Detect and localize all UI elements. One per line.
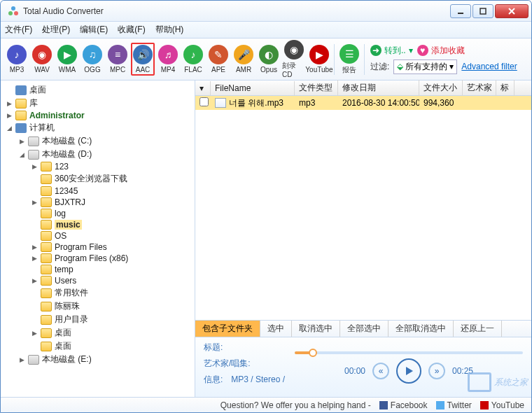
expand-icon[interactable]: ▶ [31,255,38,262]
tree-node[interactable]: 用户目录 [2,313,193,326]
youtube-link[interactable]: YouTube [480,400,524,410]
format-button-刻录-cd[interactable]: ◉刻录 CD [282,40,306,78]
format-button-报告[interactable]: ☰报告 [337,44,361,75]
minimize-button[interactable] [450,4,471,18]
tree-node[interactable]: OS [2,230,193,241]
expand-icon[interactable] [31,211,38,217]
add-favorite-button[interactable]: ♥ 添加收藏 [417,45,465,57]
advanced-filter-link[interactable]: Advanced filter [461,62,517,71]
format-button-ogg[interactable]: ♫OGG [80,45,104,74]
tree-node[interactable]: 桌面 [2,340,193,353]
format-button-mpc[interactable]: ≡MPC [106,45,130,74]
expand-icon[interactable]: ▶ [31,200,38,206]
expand-icon[interactable]: ◢ [6,125,13,131]
tree-node[interactable]: ▶Program Files [2,241,193,253]
deselect-all-button[interactable]: 全部取消选中 [388,321,454,337]
tree-node[interactable]: ▶库 [2,97,193,110]
deselect-button[interactable]: 取消选中 [292,321,340,337]
select-button[interactable]: 选中 [260,321,292,337]
tree-node[interactable]: music [2,219,193,230]
format-button-wav[interactable]: ◉WAV [30,45,54,74]
expand-icon[interactable] [31,188,38,195]
tree-node[interactable]: 常用软件 [2,286,193,300]
col-filesize[interactable]: 文件大小 [419,80,463,96]
expand-icon[interactable]: ▶ [31,278,38,284]
facebook-link[interactable]: Facebook [379,400,428,410]
tree-node[interactable]: ▶Program Files (x86) [2,253,193,264]
format-button-mp3[interactable]: ♪MP3 [5,45,29,74]
col-filetype[interactable]: 文件类型 [295,80,338,96]
format-button-opus[interactable]: ◐Opus [257,45,281,74]
expand-icon[interactable] [31,233,38,239]
player-next-button[interactable]: » [428,363,445,379]
tree-node[interactable]: log [2,208,193,219]
expand-icon[interactable] [31,303,38,309]
include-subfolders-button[interactable]: 包含子文件夹 [195,321,260,337]
expand-icon[interactable]: ▶ [6,113,13,119]
menu-process[interactable]: 处理(P) [42,24,70,36]
col-artist[interactable]: 艺术家 [463,80,496,96]
expand-icon[interactable]: ▶ [31,244,38,251]
expand-icon[interactable] [31,343,38,349]
menu-file[interactable]: 文件(F) [5,24,32,36]
player-prev-button[interactable]: « [372,363,389,379]
tree-node[interactable]: ▶BJXTRJ [2,197,193,208]
tree-node[interactable]: ▶本地磁盘 (C:) [2,134,193,148]
tree-node[interactable]: 桌面 [2,83,193,97]
tree-node[interactable]: temp [2,264,193,275]
funnel-icon: ⬙ [397,62,403,71]
file-row[interactable]: 너를 위해.mp3mp32016-08-30 14:00:50994,360 [195,96,531,110]
expand-icon[interactable]: ▶ [6,100,13,106]
tree-node[interactable]: ◢计算机 [2,121,193,134]
tree-node[interactable]: ▶Administrator [2,110,193,121]
file-list[interactable]: 너를 위해.mp3mp32016-08-30 14:00:50994,360 [195,96,531,320]
format-button-youtube[interactable]: ▶YouTube [307,45,331,74]
tree-node[interactable]: 陈丽珠 [2,300,193,313]
menu-favorites[interactable]: 收藏(F) [118,24,145,36]
tree-node[interactable]: ▶本地磁盘 (E:) [2,353,193,366]
expand-icon[interactable] [31,316,38,323]
expand-icon[interactable] [31,290,38,296]
tree-node[interactable]: ▶Users [2,275,193,286]
expand-icon[interactable] [6,87,13,93]
restore-button[interactable]: 还原上一 [454,321,502,337]
刻录 cd-icon: ◉ [284,40,304,59]
expand-icon[interactable] [31,267,38,273]
expand-icon[interactable]: ▶ [31,164,38,170]
player-progress-track[interactable] [295,351,523,354]
expand-icon[interactable] [31,176,38,182]
menu-edit[interactable]: 编辑(E) [80,24,108,36]
tree-node[interactable]: 360安全浏览器下载 [2,172,193,186]
select-all-button[interactable]: 全部选中 [340,321,388,337]
player-play-button[interactable] [396,358,421,384]
player-info: 标题: 艺术家/唱集: 信息:MP3 / Stereo / [204,342,285,393]
expand-icon[interactable]: ▶ [31,330,38,336]
format-button-flac[interactable]: ♪FLAC [181,45,205,74]
tree-node[interactable]: ▶123 [2,161,193,172]
expand-icon[interactable]: ▶ [19,356,25,363]
format-button-aac[interactable]: 🔊AAC [131,43,155,76]
format-button-wma[interactable]: ▶WMA [55,45,79,74]
col-modified[interactable]: 修改日期 [338,80,419,96]
tree-node[interactable]: 12345 [2,186,193,197]
expand-icon[interactable] [31,222,38,228]
menu-help[interactable]: 帮助(H) [155,24,184,36]
tree-node[interactable]: ◢本地磁盘 (D:) [2,148,193,161]
filter-dropdown[interactable]: ⬙ 所有支持的 ▾ [393,59,457,74]
folder-tree[interactable]: 桌面▶库▶Administrator◢计算机▶本地磁盘 (C:)◢本地磁盘 (D… [1,80,195,397]
expand-icon[interactable]: ▶ [19,138,25,144]
format-button-amr[interactable]: 🎤AMR [232,45,255,74]
player-progress-knob[interactable] [309,349,317,357]
close-button[interactable] [495,4,528,18]
file-checkbox[interactable] [200,97,209,106]
col-filename[interactable]: FileName [211,81,295,95]
col-checkbox[interactable]: ▾ [195,81,211,95]
format-button-mp4[interactable]: ♬MP4 [156,45,180,74]
expand-icon[interactable]: ◢ [19,151,25,158]
col-title[interactable]: 标 [496,80,514,96]
tree-node[interactable]: ▶桌面 [2,326,193,340]
format-button-ape[interactable]: ✎APE [206,45,230,74]
maximize-button[interactable] [472,4,493,18]
twitter-link[interactable]: Twitter [436,400,472,410]
convert-button[interactable]: ➜ 转到..▾ [370,45,413,57]
